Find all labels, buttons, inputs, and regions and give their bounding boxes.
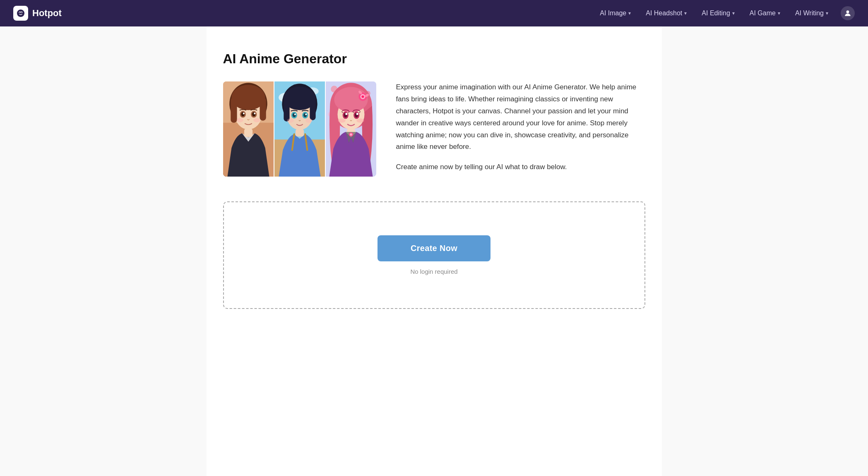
- nav-ai-editing[interactable]: AI Editing ▾: [696, 6, 740, 20]
- anime-character-1: [223, 81, 274, 177]
- description-2: Create anime now by telling our AI what …: [396, 161, 645, 173]
- svg-point-15: [253, 118, 260, 122]
- svg-rect-25: [310, 98, 315, 120]
- no-login-label: No login required: [410, 268, 457, 275]
- svg-point-32: [287, 119, 293, 123]
- intro-text: Express your anime imagination with our …: [396, 81, 645, 173]
- svg-point-12: [243, 112, 244, 114]
- nav-ai-game[interactable]: AI Game ▾: [744, 6, 786, 20]
- main-content: AI Anime Generator: [207, 26, 662, 476]
- chevron-down-icon: ▾: [732, 10, 735, 16]
- chevron-down-icon: ▾: [628, 10, 631, 16]
- brand-logo[interactable]: Hotpot: [13, 6, 62, 21]
- chevron-down-icon: ▾: [826, 10, 828, 16]
- navbar: Hotpot AI Image ▾ AI Headshot ▾ AI Editi…: [0, 0, 868, 26]
- svg-point-14: [236, 118, 243, 122]
- nav-ai-image[interactable]: AI Image ▾: [594, 6, 637, 20]
- anime-character-2: [274, 81, 325, 177]
- svg-point-53: [356, 113, 358, 115]
- brand-name: Hotpot: [32, 8, 62, 19]
- user-account-icon[interactable]: [841, 6, 855, 20]
- chevron-down-icon: ▾: [778, 10, 780, 16]
- svg-point-55: [356, 119, 364, 123]
- page-title: AI Anime Generator: [223, 51, 645, 67]
- svg-point-30: [294, 113, 296, 115]
- svg-point-31: [305, 113, 307, 115]
- svg-point-33: [305, 119, 312, 123]
- svg-rect-24: [284, 98, 289, 122]
- intro-section: Express your anime imagination with our …: [223, 81, 645, 177]
- create-box: Create Now No login required: [223, 201, 645, 309]
- svg-point-58: [349, 133, 352, 136]
- svg-rect-34: [295, 129, 303, 136]
- svg-point-0: [846, 10, 849, 13]
- logo-icon: [13, 6, 28, 21]
- svg-rect-6: [231, 98, 237, 123]
- anime-collage: [223, 81, 376, 177]
- anime-character-3: [326, 81, 376, 177]
- description-1: Express your anime imagination with our …: [396, 81, 645, 153]
- svg-point-54: [338, 119, 345, 123]
- nav-links: AI Image ▾ AI Headshot ▾ AI Editing ▾ AI…: [594, 6, 855, 20]
- nav-ai-writing[interactable]: AI Writing ▾: [789, 6, 834, 20]
- svg-point-52: [345, 113, 347, 115]
- svg-point-13: [254, 112, 255, 114]
- chevron-down-icon: ▾: [684, 10, 687, 16]
- svg-rect-16: [244, 129, 252, 137]
- nav-ai-headshot[interactable]: AI Headshot ▾: [640, 6, 692, 20]
- create-now-button[interactable]: Create Now: [377, 235, 491, 261]
- svg-rect-7: [260, 98, 266, 121]
- svg-point-45: [361, 96, 364, 98]
